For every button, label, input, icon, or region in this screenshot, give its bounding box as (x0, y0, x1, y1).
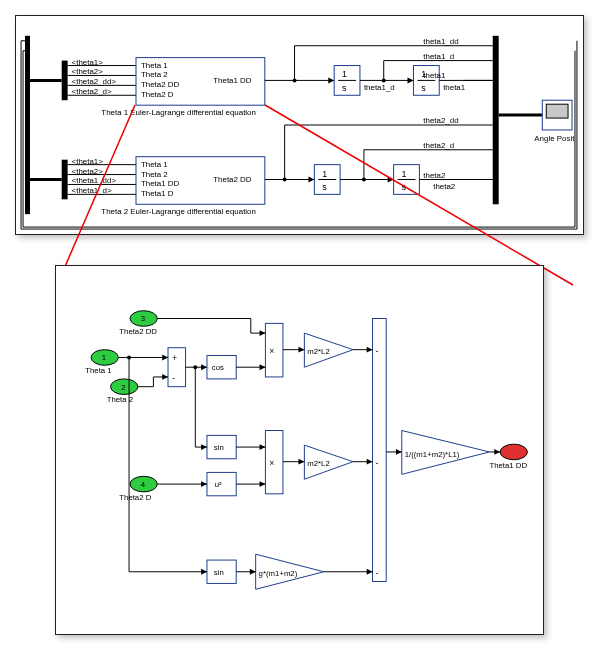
outport-1[interactable] (500, 444, 527, 460)
mux-l2: theta1 (423, 71, 446, 80)
int2a-d: s (322, 182, 327, 192)
p3l: Theta2 DD (119, 327, 157, 336)
bus1-l2: <theta2> (72, 67, 104, 76)
mux-l1: theta1_d (423, 52, 454, 61)
b2-out: Theta2 DD (213, 175, 252, 184)
ar-sq (201, 481, 207, 487)
ar-m1b (260, 364, 266, 370)
mul1-lbl: × (269, 346, 274, 356)
arr3 (308, 177, 314, 183)
ar-g2 (299, 459, 305, 465)
bus1-l1: <theta1> (72, 58, 104, 67)
sum1b: - (172, 373, 175, 383)
g3-lbl: g*(m1+m2) (259, 569, 298, 578)
ar-g4 (396, 449, 402, 455)
lbl-t2: theta2 (433, 182, 455, 191)
sin2-lbl: sin (214, 568, 224, 577)
bus-trunk (25, 36, 30, 214)
mux-l0: theta1_dd (423, 37, 458, 46)
b2-i2: Theta1 DD (141, 179, 180, 188)
p4l: Theta2 D (119, 493, 151, 502)
mul2-lbl: × (269, 458, 274, 468)
p1l: Theta 1 (85, 366, 111, 375)
b1-cap: Theta 1 Euler-Lagrange differential equa… (101, 108, 256, 117)
sum-main[interactable] (373, 319, 387, 582)
ar-cos (201, 364, 207, 370)
sum1a: + (172, 353, 177, 363)
int2a-n: 1 (322, 169, 327, 179)
b1-i2: Theta2 DD (141, 80, 180, 89)
scope-screen (546, 104, 568, 118)
b2-i1: Theta 2 (141, 170, 168, 179)
jdot4 (362, 178, 366, 182)
jdot-diff (193, 365, 197, 369)
w-sum-sin (195, 367, 207, 447)
b1-out: Theta1 DD (213, 76, 252, 85)
bus2-l1: <theta1> (72, 157, 104, 166)
ar-m1a (260, 330, 266, 336)
bottom-svg: 3 Theta2 DD 1 Theta 1 2 Theta 2 4 Theta2… (56, 266, 543, 634)
int2b-n: 1 (402, 169, 407, 179)
cos-lbl: cos (212, 363, 224, 372)
mux-l5: theta2 (423, 171, 445, 180)
arr4 (388, 177, 394, 183)
arr1 (328, 77, 334, 83)
sq-lbl: u² (215, 480, 222, 489)
mux-l4: theta2_d (423, 141, 454, 150)
ar-m2a (260, 444, 266, 450)
b2-cap: Theta 2 Euler-Lagrange differential equa… (101, 207, 256, 216)
ar-sin1 (201, 444, 207, 450)
top-svg: <theta1> <theta2> <theta2_dd> <theta2_d>… (16, 16, 583, 234)
b1-i1: Theta 2 (141, 70, 168, 79)
b1-i3: Theta2 D (141, 90, 174, 99)
bus-select-1 (62, 61, 68, 101)
arr2 (408, 77, 414, 83)
ar-sin2 (201, 569, 207, 575)
top-simulink-panel: <theta1> <theta2> <theta2_dd> <theta2_d>… (15, 15, 584, 235)
ar-s1 (162, 355, 168, 361)
sum2a: - (375, 346, 378, 356)
bus1-l4: <theta2_d> (72, 87, 112, 96)
mux-bar (493, 36, 499, 204)
sin1-lbl: sin (214, 443, 224, 452)
bus2-l3: <theta1_dd> (72, 176, 117, 185)
p2n: 2 (121, 383, 125, 392)
p3n: 3 (141, 314, 145, 323)
jdot-p1 (127, 356, 131, 360)
sum2b: - (375, 458, 378, 468)
ar-m2b (260, 481, 266, 487)
ar-g3 (250, 569, 256, 575)
sum2c: - (375, 568, 378, 578)
bottom-simulink-panel: 3 Theta2 DD 1 Theta 1 2 Theta 2 4 Theta2… (55, 265, 544, 635)
out-lbl: Theta1 DD (489, 461, 527, 470)
jdot1 (293, 78, 297, 82)
p4n: 4 (141, 480, 146, 489)
g2-lbl: m2*L2 (307, 459, 330, 468)
mux-l3: theta2_dd (423, 116, 458, 125)
int2b-d: s (402, 182, 407, 192)
g4-lbl: 1/((m1+m2)*L1) (405, 450, 460, 459)
b1-i0: Theta 1 (141, 61, 168, 70)
int1a-d: s (342, 83, 347, 93)
p1n: 1 (102, 353, 106, 362)
lbl-d1: theta1_d (364, 83, 395, 92)
bus1-l3: <theta2_dd> (72, 77, 117, 86)
jdot3 (283, 178, 287, 182)
bus-select-2 (62, 160, 68, 200)
b2-i0: Theta 1 (141, 160, 168, 169)
ar-su1 (367, 347, 373, 353)
b2-i3: Theta1 D (141, 189, 174, 198)
lbl-t1: theta1 (443, 83, 466, 92)
ar-g1 (299, 347, 305, 353)
jdot2 (382, 78, 386, 82)
ar-su2 (367, 459, 373, 465)
mux-w0 (295, 46, 493, 81)
ar-out (494, 449, 500, 455)
bus2-l4: <theta1_d> (72, 186, 112, 195)
int1b-d: s (421, 83, 426, 93)
g1-lbl: m2*L2 (307, 347, 330, 356)
ar-su3 (367, 569, 373, 575)
w-p3-mul1 (157, 319, 265, 334)
bus2-l2: <theta2> (72, 167, 104, 176)
ar-s2 (162, 374, 168, 380)
